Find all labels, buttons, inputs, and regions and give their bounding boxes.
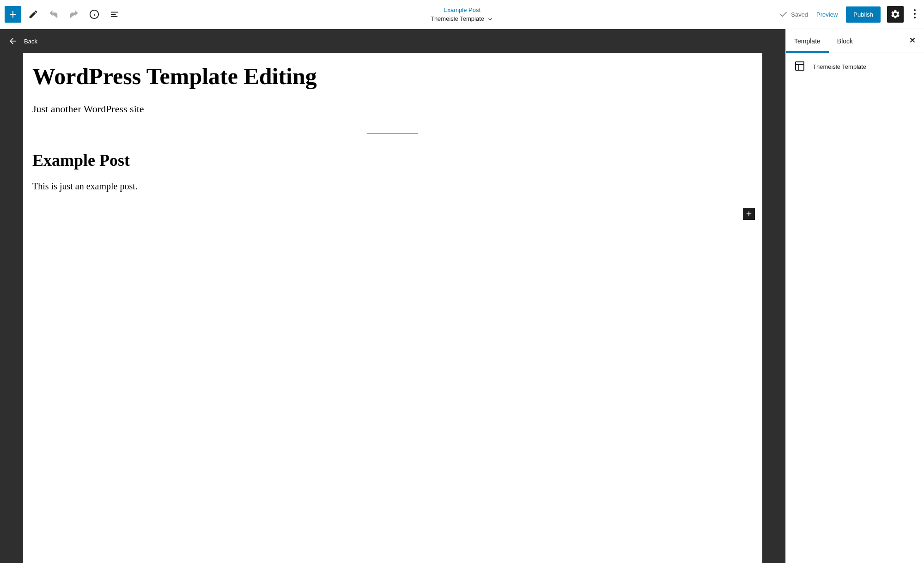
post-heading[interactable]: Example Post [32,151,753,170]
template-dropdown[interactable]: Themeisle Template [431,16,493,23]
site-title[interactable]: WordPress Template Editing [32,62,753,90]
svg-point-10 [914,17,916,18]
toolbar-right-group: Saved Preview Publish [779,6,919,23]
document-content: WordPress Template Editing Just another … [23,53,762,210]
settings-sidebar: Template Block Themeisle Template [785,29,924,563]
inline-add-block-button[interactable] [743,208,755,220]
post-title-link[interactable]: Example Post [431,6,493,14]
plus-icon [745,210,753,218]
template-row[interactable]: Themeisle Template [794,61,916,73]
post-body[interactable]: This is just an example post. [32,181,753,192]
gear-icon [890,9,900,19]
svg-rect-16 [796,62,804,70]
saved-label: Saved [791,11,808,18]
info-button[interactable] [86,6,103,23]
toolbar-left-group [5,6,123,23]
close-icon [908,36,917,44]
svg-point-8 [914,9,916,11]
tools-button[interactable] [25,6,42,23]
chevron-down-icon [487,16,493,22]
list-view-button[interactable] [106,6,123,23]
sidebar-tabs: Template Block [786,29,924,53]
tab-template[interactable]: Template [786,29,829,53]
preview-button[interactable]: Preview [815,8,839,21]
saved-status: Saved [779,10,808,19]
kebab-icon [914,9,916,18]
template-dropdown-label: Themeisle Template [431,16,484,23]
arrow-left-icon [8,36,18,46]
svg-point-9 [914,13,916,15]
more-options-button[interactable] [910,9,919,20]
undo-button[interactable] [45,6,62,23]
back-button[interactable]: Back [0,29,785,53]
sidebar-body: Themeisle Template [786,53,924,80]
settings-button[interactable] [887,6,904,23]
editor-canvas[interactable]: WordPress Template Editing Just another … [23,53,762,563]
publish-button[interactable]: Publish [846,6,881,23]
main-area: Back WordPress Template Editing Just ano… [0,29,924,563]
canvas-wrapper: Back WordPress Template Editing Just ano… [0,29,785,563]
separator-block[interactable] [367,133,418,134]
top-toolbar: Example Post Themeisle Template Saved Pr… [0,0,924,29]
tab-block[interactable]: Block [829,29,861,53]
site-tagline[interactable]: Just another WordPress site [32,103,753,115]
close-sidebar-button[interactable] [901,36,924,46]
template-name-label: Themeisle Template [813,63,866,70]
redo-button[interactable] [66,6,82,23]
add-block-button[interactable] [5,6,21,23]
document-title-area: Example Post Themeisle Template [431,6,493,22]
canvas-outer: WordPress Template Editing Just another … [0,53,785,563]
layout-icon [794,61,805,73]
check-icon [779,10,788,19]
back-label: Back [24,38,37,45]
